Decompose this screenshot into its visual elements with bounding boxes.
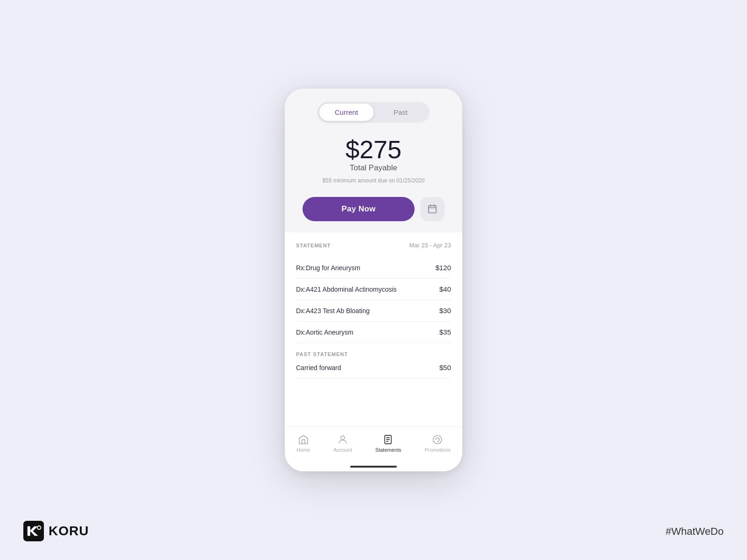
nav-item-home[interactable]: Home: [293, 432, 314, 455]
branding-right: #WhatWeDo: [666, 525, 724, 538]
toggle-past[interactable]: Past: [374, 104, 428, 121]
minimum-due-text: $55 minimum amount due on 01/25/2020: [323, 177, 425, 184]
toggle-container: Current Past: [317, 102, 430, 123]
toggle-current[interactable]: Current: [319, 104, 374, 121]
total-payable-label: Total Payable: [323, 163, 425, 173]
nav-item-statements[interactable]: Statements: [372, 432, 405, 455]
nav-label-home: Home: [296, 447, 310, 453]
svg-point-4: [341, 436, 345, 440]
statement-title: STATEMENT: [296, 243, 331, 248]
calendar-icon: [427, 204, 437, 214]
statement-section: STATEMENT Mar 23 - Apr 23 Rx:Drug for An…: [285, 232, 462, 426]
home-indicator: [285, 462, 462, 471]
table-row: Carried forward $50: [296, 357, 451, 378]
home-icon: [298, 434, 309, 445]
statements-icon: [383, 434, 394, 445]
table-row: Dx:A421 Abdominal Actinomycosis $40: [296, 279, 451, 300]
bottom-nav: Home Account Statements Promo: [285, 426, 462, 462]
total-amount: $275: [323, 136, 425, 163]
past-statement-title: PAST STATEMENT: [296, 351, 348, 357]
action-row: Pay Now: [296, 197, 451, 221]
statement-header: STATEMENT Mar 23 - Apr 23: [296, 242, 451, 249]
table-row: Dx:Aortic Aneurysm $35: [296, 322, 451, 343]
statement-date: Mar 23 - Apr 23: [409, 242, 451, 249]
nav-label-account: Account: [333, 447, 352, 453]
nav-label-promotions: Promotions: [424, 447, 451, 453]
table-row: Rx:Drug for Aneurysm $120: [296, 257, 451, 279]
past-statement-header: PAST STATEMENT: [296, 351, 451, 357]
koru-logo-icon: [23, 521, 44, 541]
promotions-icon: [432, 434, 443, 445]
phone-frame: Current Past $275 Total Payable $55 mini…: [285, 89, 462, 471]
hashtag-text: #WhatWeDo: [666, 525, 724, 537]
nav-item-account[interactable]: Account: [330, 432, 356, 455]
svg-rect-0: [429, 206, 437, 213]
table-row: Dx:A423 Test Ab Bloating $30: [296, 300, 451, 322]
svg-point-9: [433, 435, 442, 444]
top-section: Current Past $275 Total Payable $55 mini…: [285, 89, 462, 232]
pay-now-button[interactable]: Pay Now: [303, 197, 415, 221]
koru-brand-name: KORU: [49, 524, 89, 539]
calendar-button[interactable]: [420, 197, 444, 221]
home-bar: [350, 466, 397, 468]
account-icon: [337, 434, 348, 445]
branding-left: KORU: [23, 521, 89, 541]
svg-rect-11: [23, 521, 44, 541]
amount-display: $275 Total Payable $55 minimum amount du…: [323, 136, 425, 194]
nav-label-statements: Statements: [375, 447, 402, 453]
nav-item-promotions[interactable]: Promotions: [421, 432, 454, 455]
